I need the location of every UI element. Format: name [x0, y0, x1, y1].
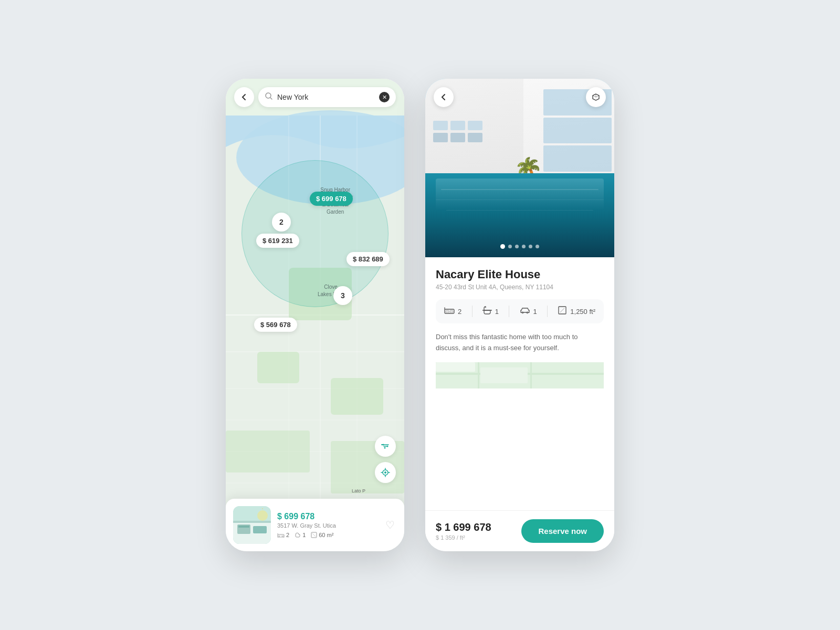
carousel-dot-3[interactable] [515, 245, 519, 248]
area-icon [558, 306, 567, 317]
property-hero-image: 🌴 [425, 79, 614, 257]
svg-rect-13 [331, 378, 383, 415]
property-features: 2 1 [436, 299, 604, 323]
map-preview-strip[interactable] [436, 362, 604, 388]
carousel-dot-1[interactable] [500, 244, 505, 249]
feature-baths: 1 [482, 306, 499, 317]
footer-price-per-sqft: $ 1 359 / ft² [436, 534, 491, 541]
search-input[interactable]: New York [277, 93, 375, 101]
detail-phone: 🌴 [425, 79, 614, 551]
carousel-dot-5[interactable] [529, 245, 532, 248]
locate-button[interactable] [375, 462, 396, 483]
svg-rect-33 [238, 526, 249, 528]
property-title: Nacary Elite House [436, 268, 604, 281]
svg-line-46 [596, 96, 599, 97]
search-clear-button[interactable]: ✕ [379, 92, 390, 102]
svg-rect-60 [436, 362, 475, 372]
map-phone: Snug HarborCultural Center& BotanicalGar… [226, 79, 404, 551]
svg-rect-34 [253, 526, 267, 533]
map-back-button[interactable] [234, 87, 254, 107]
reserve-now-button[interactable]: Reserve now [521, 519, 604, 543]
feature-beds: 2 [444, 306, 461, 317]
svg-rect-61 [480, 368, 528, 383]
svg-line-55 [560, 308, 564, 312]
price-pin-619231[interactable]: $ 619 231 [256, 234, 299, 248]
favorite-button[interactable]: ♡ [383, 517, 397, 533]
price-block: $ 1 699 678 $ 1 359 / ft² [436, 521, 491, 541]
svg-rect-50 [450, 310, 453, 313]
bath-icon [482, 306, 492, 317]
svg-rect-12 [257, 352, 299, 383]
property-preview-card[interactable]: $ 699 678 3517 W. Gray St. Utica 2 1 60 … [226, 499, 404, 551]
cluster-pin-2[interactable]: 2 [272, 213, 291, 232]
svg-line-43 [312, 533, 316, 537]
property-thumbnail [233, 506, 271, 544]
feature-area: 1,250 ft² [558, 306, 595, 317]
property-address: 45-20 43rd St Unit 4A, Queens, NY 11104 [436, 284, 604, 291]
car-icon [520, 307, 530, 316]
svg-point-25 [384, 471, 386, 474]
carousel-dot-6[interactable] [536, 245, 539, 248]
detail-content: Nacary Elite House 45-20 43rd St Unit 4A… [425, 257, 614, 510]
card-address: 3517 W. Gray St. Utica [277, 522, 377, 529]
svg-line-47 [593, 96, 596, 97]
svg-rect-49 [446, 310, 449, 313]
price-pin-569678[interactable]: $ 569 678 [254, 318, 297, 332]
svg-rect-14 [226, 430, 310, 472]
card-beds: 2 [277, 532, 289, 538]
feature-divider-1 [472, 306, 472, 317]
search-icon [265, 92, 273, 102]
svg-point-22 [384, 447, 386, 449]
svg-rect-59 [530, 362, 532, 388]
search-input-wrap: New York ✕ [258, 87, 396, 107]
carousel-dot-4[interactable] [522, 245, 526, 248]
cluster-pin-3[interactable]: 3 [333, 286, 352, 305]
carousel-dots [500, 244, 539, 249]
svg-point-21 [387, 446, 388, 447]
price-pin-832689[interactable]: $ 832 689 [346, 252, 390, 266]
detail-back-button[interactable] [434, 87, 454, 107]
filter-button[interactable] [375, 436, 396, 457]
property-card-info: $ 699 678 3517 W. Gray St. Utica 2 1 60 … [277, 512, 377, 538]
carousel-dot-2[interactable] [508, 245, 512, 248]
bed-icon [444, 307, 455, 316]
feature-parking: 1 [520, 306, 537, 317]
svg-rect-39 [278, 536, 280, 537]
svg-rect-58 [478, 362, 479, 388]
card-area: 60 m² [311, 532, 333, 538]
card-price: $ 699 678 [277, 512, 377, 521]
svg-rect-40 [281, 536, 284, 537]
svg-point-36 [257, 510, 268, 521]
card-features: 2 1 60 m² [277, 532, 377, 538]
search-bar: New York ✕ [234, 87, 396, 107]
price-pin-699678[interactable]: $ 699 678 [310, 192, 353, 206]
property-description: Don't miss this fantastic home with too … [436, 332, 604, 354]
footer-price: $ 1 699 678 [436, 521, 491, 533]
svg-rect-35 [233, 521, 271, 523]
card-baths: 1 [295, 532, 306, 538]
feature-divider-2 [509, 306, 509, 317]
detail-header-nav [425, 79, 614, 116]
map-controls [375, 436, 396, 483]
feature-divider-3 [547, 306, 548, 317]
view-3d-button[interactable] [586, 87, 606, 107]
map-area: Snug HarborCultural Center& BotanicalGar… [226, 79, 404, 551]
detail-footer: $ 1 699 678 $ 1 359 / ft² Reserve now [425, 510, 614, 551]
svg-point-20 [383, 444, 384, 446]
